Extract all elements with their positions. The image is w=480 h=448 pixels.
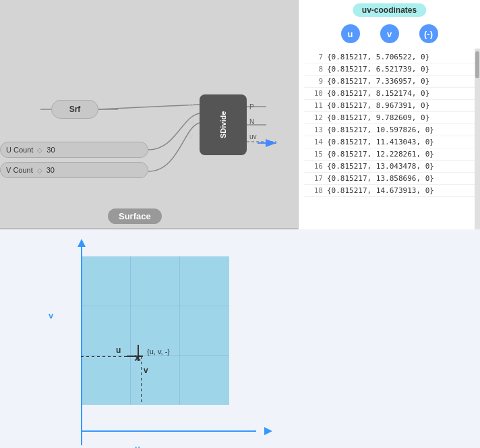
row-val: {0.815217, 8.152174, 0}	[327, 89, 429, 98]
row-num: 8	[304, 65, 323, 74]
port-v: V	[189, 130, 193, 144]
data-row: 7{0.815217, 5.706522, 0}	[304, 51, 475, 63]
row-val: {0.815217, 6.521739, 0}	[327, 65, 429, 74]
port-p: P	[249, 100, 257, 115]
data-panel-title: uv-coodinates	[353, 3, 426, 17]
row-num: 10	[304, 89, 323, 98]
port-uv: uv	[249, 130, 257, 144]
data-row: 14{0.815217, 11.413043, 0}	[304, 136, 475, 148]
data-row: 9{0.815217, 7.336957, 0}	[304, 76, 475, 88]
data-row: 17{0.815217, 13.858696, 0}	[304, 173, 475, 185]
row-num: 15	[304, 150, 323, 159]
row-val: {0.815217, 14.673913, 0}	[327, 186, 434, 195]
point-coords-label: {u, v, -}	[147, 347, 170, 356]
row-val: {0.815217, 5.706522, 0}	[327, 53, 429, 61]
srf-label: Srf	[69, 105, 81, 114]
data-row: 18{0.815217, 14.673913, 0}	[304, 185, 475, 197]
data-row: 13{0.815217, 10.597826, 0}	[304, 124, 475, 136]
axis-u-arrow	[264, 427, 272, 435]
v-count-label: V Count	[6, 166, 33, 174]
annot-u-label: u	[116, 345, 121, 355]
tab-u[interactable]: u	[341, 24, 360, 43]
port-s: S	[189, 100, 193, 115]
annot-v-label: v	[144, 366, 148, 375]
row-num: 17	[304, 174, 323, 183]
data-row: 10{0.815217, 8.152174, 0}	[304, 88, 475, 100]
row-num: 11	[304, 101, 323, 110]
data-panel: uv-coodinates u v (-) 7{0.815217, 5.7065…	[298, 0, 480, 229]
row-val: {0.815217, 12.228261, 0}	[327, 150, 434, 159]
arrow-indicator	[258, 136, 282, 152]
data-row: 11{0.815217, 8.967391, 0}	[304, 100, 475, 112]
u-count-node[interactable]: U Count ◇ 30	[0, 142, 148, 158]
axis-v-arrow	[78, 239, 86, 247]
axis-v	[81, 243, 82, 445]
row-val: {0.815217, 9.782609, 0}	[327, 113, 429, 122]
v-count-value: 30	[47, 166, 55, 174]
grid-v2	[179, 256, 180, 405]
data-row: 15{0.815217, 12.228261, 0}	[304, 148, 475, 161]
v-count-node[interactable]: V Count ◇ 30	[0, 162, 148, 178]
v-axis-label: v	[49, 310, 53, 320]
u-count-value: 30	[47, 146, 55, 154]
sdivide-label: SDivide	[219, 111, 227, 138]
diagram-container: v u ✕ u v {u, v, -}	[67, 243, 243, 432]
row-num: 14	[304, 138, 323, 146]
top-panel: Srf SDivide S U V P N uv U Count ◇ 30 V …	[0, 0, 480, 229]
row-num: 16	[304, 162, 323, 171]
row-val: {0.815217, 11.413043, 0}	[327, 138, 434, 146]
row-val: {0.815217, 10.597826, 0}	[327, 125, 434, 134]
axis-u	[81, 430, 256, 432]
row-num: 13	[304, 125, 323, 134]
data-row: 16{0.815217, 13.043478, 0}	[304, 161, 475, 173]
grid-rect	[81, 256, 229, 405]
bottom-panel: v u ✕ u v {u, v, -}	[0, 229, 480, 448]
port-u: U	[189, 115, 193, 130]
row-num: 18	[304, 186, 323, 195]
u-count-diamond: ◇	[37, 146, 42, 154]
scrollbar-thumb	[475, 51, 479, 78]
scrollbar[interactable]	[475, 49, 480, 229]
surface-text: Surface	[119, 211, 151, 221]
row-num: 12	[304, 113, 323, 122]
surface-label: Surface	[108, 208, 162, 224]
u-axis-label: u	[135, 443, 140, 448]
node-srf[interactable]: Srf	[51, 100, 98, 119]
row-val: {0.815217, 13.858696, 0}	[327, 174, 434, 183]
grid-v1	[130, 256, 131, 405]
data-content[interactable]: 7{0.815217, 5.706522, 0}8{0.815217, 6.52…	[299, 49, 480, 229]
grid-h1	[81, 306, 229, 306]
node-sdivide[interactable]: SDivide	[200, 94, 247, 155]
data-panel-tabs: u v (-)	[299, 22, 480, 46]
v-count-diamond: ◇	[37, 167, 42, 174]
data-row: 12{0.815217, 9.782609, 0}	[304, 112, 475, 124]
canvas-area: Srf SDivide S U V P N uv U Count ◇ 30 V …	[0, 0, 297, 229]
row-num: 9	[304, 77, 323, 86]
svg-line-0	[98, 105, 200, 109]
row-val: {0.815217, 7.336957, 0}	[327, 77, 429, 86]
tab-minus[interactable]: (-)	[419, 24, 438, 43]
row-val: {0.815217, 8.967391, 0}	[327, 101, 429, 110]
tab-v[interactable]: v	[380, 24, 399, 43]
port-n: N	[249, 115, 257, 130]
row-val: {0.815217, 13.043478, 0}	[327, 162, 434, 171]
u-count-label: U Count	[6, 146, 33, 154]
data-row: 8{0.815217, 6.521739, 0}	[304, 63, 475, 76]
row-num: 7	[304, 53, 323, 61]
